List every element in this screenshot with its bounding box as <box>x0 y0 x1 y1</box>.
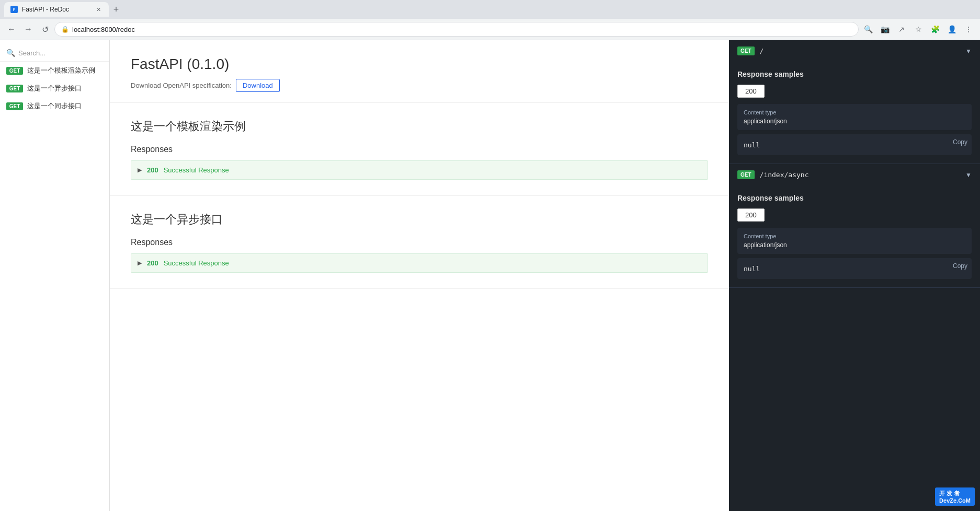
endpoint-section-0: 这是一个模板渲染示例 Responses ▶ 200 Successful Re… <box>110 103 729 196</box>
devze-watermark: 开 发 者DevZe.CoM <box>935 487 975 506</box>
menu-button[interactable]: ⋮ <box>961 22 976 37</box>
endpoint-title-0: 这是一个模板渲染示例 <box>131 119 708 134</box>
responses-heading-0: Responses <box>131 145 708 154</box>
response-code-1: 200 <box>147 259 158 267</box>
download-button[interactable]: Download <box>236 79 280 92</box>
response-code-0: 200 <box>147 166 158 174</box>
new-tab-button[interactable]: + <box>109 2 123 17</box>
method-badge-get-0: GET <box>6 67 23 75</box>
panel-endpoint-0: GET / ▼ Response samples 200 Content typ… <box>729 40 980 164</box>
tab-close-button[interactable]: ✕ <box>94 5 102 14</box>
profile-button[interactable]: 👤 <box>944 22 959 37</box>
search-box[interactable]: 🔍 Search... <box>0 44 109 62</box>
panel-endpoint-header-0[interactable]: GET / ▼ <box>729 40 980 62</box>
response-chevron-0: ▶ <box>138 167 142 173</box>
panel-response-title-1: Response samples <box>737 194 972 202</box>
sidebar-item-async[interactable]: GET 这是一个异步接口 <box>0 79 109 97</box>
tab-title: FastAPI - ReDoc <box>22 6 69 13</box>
nav-actions: 🔍 📷 ↗ ☆ 🧩 👤 ⋮ <box>861 22 976 37</box>
copy-button-1[interactable]: Copy <box>953 262 967 270</box>
app-layout: 🔍 Search... GET 这是一个模板渲染示例 GET 这是一个异步接口 … <box>0 40 980 511</box>
code-block-1: Copy null <box>737 258 972 279</box>
browser-chrome: F FastAPI - ReDoc ✕ + ← → ↺ 🔒 localhost:… <box>0 0 980 40</box>
panel-chevron-0: ▼ <box>965 48 972 55</box>
refresh-button[interactable]: ↺ <box>38 22 52 37</box>
download-line: Download OpenAPI specification: Download <box>131 79 708 92</box>
content-type-label-1: Content type <box>744 233 965 239</box>
url-text: localhost:8000/redoc <box>72 26 135 33</box>
address-bar[interactable]: 🔒 localhost:8000/redoc <box>54 22 859 37</box>
sidebar-item-template[interactable]: GET 这是一个模板渲染示例 <box>0 62 109 79</box>
response-chevron-1: ▶ <box>138 260 142 266</box>
extensions-button[interactable]: 🧩 <box>928 22 942 37</box>
sidebar-item-label-1: 这是一个异步接口 <box>27 84 82 93</box>
sidebar-item-label-2: 这是一个同步接口 <box>27 101 82 111</box>
code-value-0: null <box>744 141 760 149</box>
panel-chevron-1: ▼ <box>965 171 972 179</box>
sidebar: 🔍 Search... GET 这是一个模板渲染示例 GET 这是一个异步接口 … <box>0 40 110 511</box>
panel-response-title-0: Response samples <box>737 70 972 78</box>
panel-response-section-0: Response samples 200 Content type applic… <box>729 62 980 164</box>
copy-button-0[interactable]: Copy <box>953 138 967 146</box>
tab-favicon: F <box>10 6 18 13</box>
search-action-button[interactable]: 🔍 <box>861 22 875 37</box>
sidebar-item-sync[interactable]: GET 这是一个同步接口 <box>0 97 109 115</box>
content-type-box-1: Content type application/json <box>737 228 972 254</box>
panel-method-badge-1: GET <box>737 170 755 179</box>
panel-endpoint-1: GET /index/async ▼ Response samples 200 … <box>729 164 980 288</box>
panel-response-section-1: Response samples 200 Content type applic… <box>729 185 980 287</box>
panel-path-1: /index/async <box>760 171 961 179</box>
forward-button[interactable]: → <box>21 22 36 37</box>
method-badge-get-1: GET <box>6 85 23 92</box>
page-title: FastAPI (0.1.0) <box>131 56 708 73</box>
tab-bar: F FastAPI - ReDoc ✕ + <box>0 0 980 19</box>
endpoint-section-1: 这是一个异步接口 Responses ▶ 200 Successful Resp… <box>110 196 729 289</box>
download-spec-label: Download OpenAPI specification: <box>131 82 232 89</box>
panel-path-0: / <box>760 47 961 55</box>
content-type-value-1: application/json <box>744 241 965 249</box>
nav-bar: ← → ↺ 🔒 localhost:8000/redoc 🔍 📷 ↗ ☆ 🧩 👤… <box>0 19 980 40</box>
active-tab[interactable]: F FastAPI - ReDoc ✕ <box>4 2 109 17</box>
main-content: FastAPI (0.1.0) Download OpenAPI specifi… <box>110 40 729 511</box>
response-row-0[interactable]: ▶ 200 Successful Response <box>131 160 708 180</box>
screenshot-button[interactable]: 📷 <box>878 22 892 37</box>
method-badge-get-2: GET <box>6 102 23 110</box>
status-tab-0[interactable]: 200 <box>737 85 765 98</box>
response-desc-1: Successful Response <box>164 259 229 267</box>
response-row-1[interactable]: ▶ 200 Successful Response <box>131 253 708 273</box>
code-value-1: null <box>744 265 760 273</box>
panel-endpoint-header-1[interactable]: GET /index/async ▼ <box>729 164 980 185</box>
content-type-value-0: application/json <box>744 118 965 125</box>
sidebar-item-label-0: 这是一个模板渲染示例 <box>27 66 95 75</box>
lock-icon: 🔒 <box>61 26 69 33</box>
responses-heading-1: Responses <box>131 238 708 247</box>
search-icon: 🔍 <box>6 49 15 57</box>
code-block-0: Copy null <box>737 134 972 155</box>
response-desc-0: Successful Response <box>164 166 229 174</box>
panel-method-badge-0: GET <box>737 47 755 55</box>
status-tab-1[interactable]: 200 <box>737 208 765 222</box>
right-panel: GET / ▼ Response samples 200 Content typ… <box>729 40 980 511</box>
page-header: FastAPI (0.1.0) Download OpenAPI specifi… <box>110 40 729 103</box>
share-button[interactable]: ↗ <box>894 22 909 37</box>
search-placeholder: Search... <box>18 49 45 57</box>
endpoint-title-1: 这是一个异步接口 <box>131 212 708 227</box>
bookmark-button[interactable]: ☆ <box>911 22 926 37</box>
content-type-box-0: Content type application/json <box>737 104 972 130</box>
content-type-label-0: Content type <box>744 109 965 115</box>
back-button[interactable]: ← <box>4 22 19 37</box>
